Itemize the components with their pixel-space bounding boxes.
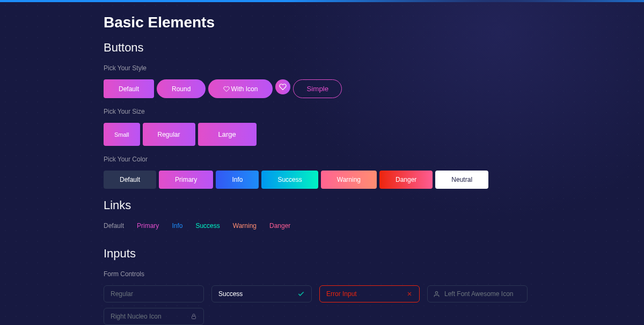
link-warning[interactable]: Warning: [233, 222, 257, 230]
lefticon-input-wrapper: [427, 285, 528, 302]
primary-color-button[interactable]: Primary: [159, 171, 213, 189]
link-default[interactable]: Default: [104, 222, 124, 230]
success-input-wrapper: Success: [211, 285, 312, 302]
info-color-button[interactable]: Info: [216, 171, 259, 189]
warning-color-button[interactable]: Warning: [321, 171, 377, 189]
large-button[interactable]: Large: [198, 123, 257, 146]
user-icon: [433, 291, 440, 298]
regular-input-wrapper: [104, 285, 204, 302]
link-info[interactable]: Info: [172, 222, 182, 230]
lock-icon: [191, 313, 197, 320]
lefticon-input[interactable]: [444, 290, 521, 298]
with-icon-label: With Icon: [231, 85, 258, 93]
pick-style-label: Pick Your Style: [104, 64, 540, 72]
inputs-row-2: [104, 308, 540, 325]
danger-color-button[interactable]: Danger: [379, 171, 433, 189]
link-success[interactable]: Success: [195, 222, 219, 230]
top-accent-bar: [0, 0, 644, 2]
simple-button[interactable]: Simple: [293, 79, 342, 98]
page-title: Basic Elements: [104, 14, 540, 31]
links-row: Default Primary Info Success Warning Dan…: [104, 222, 540, 230]
check-icon: [297, 290, 305, 298]
regular-button[interactable]: Regular: [143, 123, 195, 146]
size-row: Small Regular Large: [104, 123, 540, 146]
success-color-button[interactable]: Success: [261, 171, 318, 189]
heart-icon: [279, 83, 287, 91]
form-controls-label: Form Controls: [104, 270, 540, 278]
links-section-title: Links: [104, 198, 540, 212]
close-icon: [406, 291, 413, 297]
error-input-wrapper: Error Input: [319, 285, 420, 302]
pick-color-label: Pick Your Color: [104, 156, 540, 163]
with-icon-button[interactable]: With Icon: [208, 79, 273, 98]
svg-rect-3: [192, 316, 196, 319]
inputs-row: Success Error Input: [104, 285, 540, 302]
regular-input[interactable]: [111, 290, 197, 298]
heart-icon-button[interactable]: [275, 79, 290, 94]
heart-icon: [223, 86, 230, 92]
rightnucleo-input[interactable]: [111, 313, 191, 320]
inputs-section-title: Inputs: [104, 247, 540, 261]
link-danger[interactable]: Danger: [269, 222, 290, 230]
error-input[interactable]: Error Input: [326, 290, 357, 298]
neutral-color-button[interactable]: Neutral: [435, 171, 488, 189]
style-row: Default Round With Icon Simple: [104, 79, 540, 98]
buttons-section-title: Buttons: [104, 41, 540, 55]
small-button[interactable]: Small: [104, 123, 140, 146]
default-button[interactable]: Default: [104, 79, 154, 98]
success-input[interactable]: Success: [218, 290, 243, 298]
color-row: Default Primary Info Success Warning Dan…: [104, 171, 540, 189]
default-color-button[interactable]: Default: [104, 171, 156, 189]
link-primary[interactable]: Primary: [137, 222, 159, 230]
pick-size-label: Pick Your Size: [104, 108, 540, 115]
rightnucleo-input-wrapper: [104, 308, 204, 325]
svg-point-2: [435, 291, 437, 293]
round-button[interactable]: Round: [157, 79, 206, 98]
